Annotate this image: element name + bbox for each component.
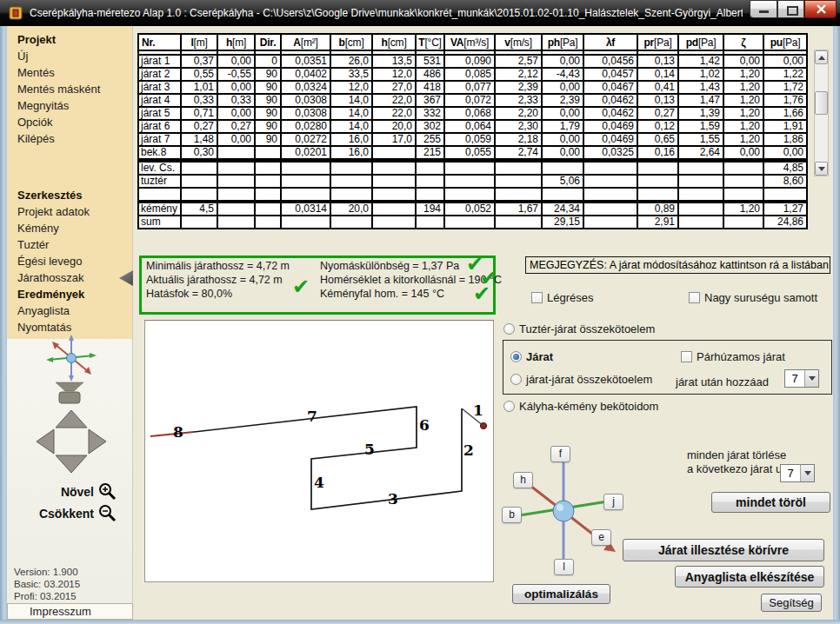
axis-button-h[interactable]: h	[513, 472, 533, 488]
cell[interactable]: 0,052	[444, 202, 495, 216]
pan-dpad[interactable]	[31, 407, 111, 476]
cell[interactable]	[583, 188, 637, 202]
cell[interactable]: 0,00	[542, 146, 583, 161]
cell[interactable]: 1,39	[678, 107, 723, 120]
radio-selected-icon[interactable]	[510, 351, 522, 362]
cell[interactable]: 1,02	[678, 68, 723, 81]
sidebar-item-projekt-adatok[interactable]: Projekt adatok	[7, 203, 132, 220]
cell[interactable]	[583, 161, 637, 176]
cell[interactable]: 367	[416, 94, 444, 107]
cell[interactable]: 0,00	[723, 55, 763, 68]
dropdown-button[interactable]	[800, 465, 814, 481]
table-row-j-rat-2[interactable]: járat 20,55-0,55900,040233,512,04860,085…	[138, 68, 807, 81]
cell[interactable]: 0,085	[444, 68, 495, 81]
path-start-dot[interactable]	[480, 422, 486, 428]
cell[interactable]: 1,66	[763, 107, 807, 120]
optimize-button[interactable]: optimalizálás	[512, 584, 610, 604]
cell[interactable]	[372, 175, 416, 188]
sidebar-item-mentes-maskent[interactable]: Mentés másként	[7, 81, 132, 97]
cell[interactable]: 0,33	[181, 94, 217, 107]
cell[interactable]	[217, 216, 255, 229]
cell[interactable]: 0,072	[444, 94, 495, 107]
cell[interactable]: 0,059	[444, 133, 495, 146]
cell[interactable]: 1,47	[678, 94, 723, 107]
cell[interactable]	[416, 175, 444, 188]
cell[interactable]	[678, 161, 723, 176]
cell[interactable]: 0,00	[723, 146, 763, 161]
cell[interactable]: 4,85	[763, 161, 807, 176]
cell[interactable]	[330, 188, 372, 202]
cell[interactable]: 0,16	[637, 146, 678, 161]
cell[interactable]: 0,00	[542, 81, 583, 94]
close-button[interactable]	[804, 0, 837, 18]
sidebar-item-egesi-levego[interactable]: Égési levego	[7, 253, 132, 269]
sidebar-item-uj[interactable]: Új	[7, 48, 132, 64]
cell[interactable]: 0,89	[637, 202, 678, 216]
cell[interactable]	[637, 188, 678, 202]
cell[interactable]	[723, 161, 763, 176]
cell[interactable]: 1,48	[181, 133, 217, 146]
row-label[interactable]: járat 7	[138, 133, 181, 146]
cell[interactable]: 1,79	[542, 120, 583, 133]
cell[interactable]: 2,74	[495, 146, 542, 161]
cell[interactable]: 1,27	[763, 202, 807, 216]
table-row-tuzt-r[interactable]: tuztér5,068,60	[138, 175, 807, 188]
cell[interactable]: 16,0	[330, 146, 372, 161]
cell[interactable]	[255, 161, 281, 176]
sidebar-item-megnyitas[interactable]: Megnyitás	[7, 97, 132, 114]
cell[interactable]	[637, 175, 678, 188]
cell[interactable]	[444, 216, 495, 229]
cell[interactable]	[723, 188, 763, 202]
cell[interactable]	[416, 216, 444, 229]
cell[interactable]: 1,20	[723, 81, 763, 94]
maximize-button[interactable]	[777, 0, 804, 18]
cell[interactable]: 0,00	[542, 55, 583, 68]
cell[interactable]: 0,090	[444, 55, 495, 68]
cell[interactable]: 24,34	[542, 202, 583, 216]
minimize-button[interactable]	[750, 0, 777, 18]
sidebar-item-kemeny[interactable]: Kémény	[7, 220, 132, 236]
help-button[interactable]: Segítség	[761, 594, 822, 612]
row-label[interactable]: lev. Cs.	[138, 161, 181, 176]
axis-button-l[interactable]: l	[554, 559, 574, 575]
sidebar-item-mentes[interactable]: Mentés	[7, 64, 132, 81]
calculation-table[interactable]: Nr.l[m]h[m]Dir.A[m²]b[cm]h[cm]T[°C]VA[m³…	[137, 33, 808, 229]
cell[interactable]	[495, 216, 542, 229]
cell[interactable]: 22,0	[372, 107, 416, 120]
cell[interactable]: 1,86	[763, 133, 807, 146]
cell[interactable]: 0,0272	[281, 133, 330, 146]
cell[interactable]	[281, 188, 330, 202]
cell[interactable]	[281, 175, 330, 188]
cell[interactable]: 1,76	[763, 94, 807, 107]
cell[interactable]	[255, 202, 281, 216]
row-label[interactable]: járat 3	[138, 81, 181, 94]
cell[interactable]: 2,12	[495, 68, 542, 81]
radio-icon[interactable]	[503, 323, 515, 335]
cell[interactable]: 1,67	[495, 202, 542, 216]
cell[interactable]: 1,55	[678, 133, 723, 146]
cell[interactable]	[723, 175, 763, 188]
kalyha-kemeny-radio[interactable]: Kályha-kémény bekötoidom	[503, 400, 658, 413]
cell[interactable]: 2,57	[495, 55, 542, 68]
cell[interactable]: 20,0	[372, 120, 416, 133]
table-row-j-rat-3[interactable]: járat 31,010,00900,032412,027,04180,0772…	[138, 81, 807, 94]
cell[interactable]	[583, 202, 637, 216]
cell[interactable]: 302	[416, 120, 444, 133]
cell[interactable]: 1,20	[723, 68, 763, 81]
cell[interactable]: 0,0324	[281, 81, 330, 94]
cell[interactable]	[181, 188, 217, 202]
table-row-k-m-ny[interactable]: kémény4,50,031420,01940,0521,6724,340,89…	[138, 202, 807, 216]
zoom-out-label[interactable]: Csökkent	[9, 507, 94, 521]
cell[interactable]: 1,01	[181, 81, 217, 94]
cell[interactable]	[678, 202, 723, 216]
scrollbar-down-button[interactable]	[815, 162, 828, 176]
table-row-lev-cs-[interactable]: lev. Cs.4,85	[138, 161, 807, 176]
table-row-j-rat-4[interactable]: járat 40,330,33900,030814,022,03670,0722…	[138, 94, 807, 107]
cell[interactable]: 33,5	[330, 68, 372, 81]
cell[interactable]: 486	[416, 68, 444, 81]
cell[interactable]	[637, 161, 678, 176]
cell[interactable]: 0,0280	[281, 120, 330, 133]
cell[interactable]: 16,0	[330, 133, 372, 146]
zoom-out-icon[interactable]	[98, 504, 117, 523]
cell[interactable]: 0,0469	[583, 133, 637, 146]
